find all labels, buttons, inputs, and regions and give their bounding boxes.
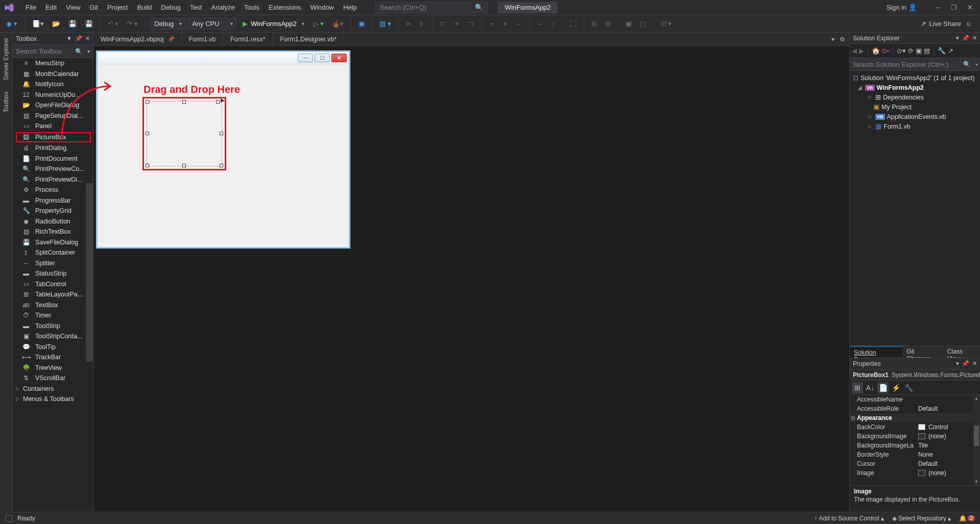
solution-search-input[interactable]: Search Solution Explorer (Ctrl+;) 🔍 ▾	[850, 58, 980, 71]
search-input[interactable]: Search (Ctrl+Q) 🔍	[375, 2, 488, 13]
menu-edit[interactable]: Edit	[41, 2, 61, 13]
property-value[interactable]: Default	[915, 460, 980, 467]
pin-icon[interactable]: 📌	[962, 35, 969, 41]
toolbox-item-timer[interactable]: ⏱Timer	[13, 310, 93, 321]
resize-handle-n[interactable]	[182, 100, 186, 104]
toolbox-item-process[interactable]: ⚙Process	[13, 185, 93, 195]
dropdown-icon[interactable]: ▾	[956, 360, 959, 367]
show-all-icon[interactable]: ▤	[924, 47, 930, 55]
toolbox-item-numericupdo[interactable]: 12NumericUpDo...	[13, 90, 93, 101]
property-value[interactable]: (none)	[915, 469, 980, 477]
menu-analyze[interactable]: Analyze	[207, 2, 238, 13]
tree-app-events[interactable]: ▷ VB ApplicationEvents.vb	[850, 112, 980, 121]
collapse-icon[interactable]: ▣	[916, 47, 922, 55]
preview-icon[interactable]: ↗	[948, 47, 953, 55]
scroll-down-icon[interactable]: ▼	[973, 478, 980, 485]
toolbox-item-propertygrid[interactable]: 🔧PropertyGrid	[13, 206, 93, 216]
property-value[interactable]: None	[915, 451, 980, 458]
toolbox-item-toolstripconta[interactable]: ▣ToolStripConta...	[13, 331, 93, 342]
sign-in-button[interactable]: Sign in 👤	[886, 4, 916, 11]
smart-tag-icon[interactable]	[220, 98, 225, 103]
toolbox-item-printdialog[interactable]: 🖨PrintDialog	[13, 143, 93, 154]
toolbox-item-trackbar[interactable]: ⟷TrackBar	[13, 352, 93, 363]
menu-project[interactable]: Project	[103, 2, 132, 13]
align-right[interactable]: ⫎	[464, 18, 477, 29]
align-bottom[interactable]: ⫠	[512, 18, 525, 29]
dropdown-icon[interactable]: ▼	[66, 35, 72, 42]
menu-git[interactable]: Git	[85, 2, 102, 13]
toolbox-item-tabcontrol[interactable]: ▭TabControl	[13, 279, 93, 290]
doc-tab-form-designer[interactable]: Form1.Designer.vb*	[273, 33, 344, 45]
toolbox-item-splitcontainer[interactable]: ⫿SplitContainer	[13, 247, 93, 258]
menu-help[interactable]: Help	[339, 2, 361, 13]
start-debug-button[interactable]: ▶WinFormsApp2▾	[238, 20, 308, 28]
toolbox-group[interactable]: ▷Containers	[13, 384, 93, 394]
center-h[interactable]: ⊞	[588, 18, 600, 29]
align-left[interactable]: ⫍	[437, 18, 450, 29]
send-back[interactable]: ▢	[637, 18, 649, 29]
chevron-down-icon[interactable]: ▾	[87, 48, 90, 54]
property-row[interactable]: AccessibleRoleDefault	[850, 404, 980, 413]
open-button[interactable]: 📂	[49, 18, 63, 29]
form-close-button[interactable]: ✕	[331, 54, 347, 62]
toolbox-item-statusstrip[interactable]: ▬StatusStrip	[13, 268, 93, 279]
resize-handle-ne[interactable]	[216, 100, 220, 104]
pin-icon[interactable]: 📌	[75, 35, 82, 42]
design-surface[interactable]: ─ ☐ ✕ Drag and Drop Here	[93, 46, 849, 512]
tab-order[interactable]: ⊡ ▾	[658, 18, 675, 29]
menu-file[interactable]: File	[21, 2, 40, 13]
toolbox-item-toolstrip[interactable]: ▬ToolStrip	[13, 321, 93, 332]
dropdown-icon[interactable]: ▾	[956, 35, 959, 41]
feedback-icon[interactable]: ☺	[965, 20, 972, 28]
property-pages-icon[interactable]: 🔧	[903, 382, 914, 393]
align-a[interactable]: ⊫	[403, 18, 415, 29]
tab-solution-explorer[interactable]: Solution Explorer	[850, 346, 902, 358]
notifications-button[interactable]: 🔔2	[959, 515, 975, 522]
maximize-icon[interactable]: ❐	[951, 4, 957, 11]
picturebox-selection[interactable]	[142, 97, 226, 170]
properties-tab-icon[interactable]: 📄	[877, 382, 889, 393]
tabs-dropdown-icon[interactable]: ▾	[831, 36, 834, 43]
property-value[interactable]: Tile	[915, 442, 980, 449]
rail-toolbox[interactable]: Toolbox	[2, 89, 11, 114]
toolbox-item-progressbar[interactable]: ▬ProgressBar	[13, 195, 93, 206]
toolbox-item-tablelayoutpa[interactable]: ⊞TableLayoutPa...	[13, 289, 93, 300]
collapse-icon[interactable]: ⊟	[851, 415, 855, 421]
tool-b-button[interactable]: ▧ ▾	[376, 18, 394, 29]
property-row[interactable]: BackgroundImageLaTile	[850, 441, 980, 450]
bring-front[interactable]: ▣	[623, 18, 635, 29]
home-icon[interactable]: 🏠	[872, 47, 880, 55]
start-nodebug-button[interactable]: ▷ ▾	[310, 18, 327, 29]
tree-solution-node[interactable]: ⊡ Solution 'WinFormsApp2' (1 of 1 projec…	[850, 73, 980, 83]
toolbox-search-input[interactable]: Search Toolbox 🔍 ▾	[13, 45, 93, 58]
close-icon[interactable]: ✕	[967, 4, 973, 11]
close-panel-icon[interactable]: ✕	[85, 35, 90, 42]
minimize-icon[interactable]: ─	[936, 4, 941, 11]
redo-button[interactable]: ↷ ▾	[124, 18, 141, 29]
property-row[interactable]: CursorDefault	[850, 459, 980, 468]
back-icon[interactable]: ◀	[852, 47, 857, 55]
align-vcenter[interactable]: ≡	[500, 18, 511, 29]
rail-server-explorer[interactable]: Server Explorer	[2, 36, 11, 82]
toolbox-item-richtextbox[interactable]: ▤RichTextBox	[13, 227, 93, 237]
toolbox-item-pagesetupdial[interactable]: ▤PageSetupDial...	[13, 111, 93, 121]
toolbox-item-printpreviewco[interactable]: 🔍PrintPreviewCo...	[13, 164, 93, 174]
close-panel-icon[interactable]: ✕	[972, 35, 977, 41]
toolbox-item-printpreviewdi[interactable]: 🔍PrintPreviewDi...	[13, 174, 93, 185]
save-all-button[interactable]: 💾	[82, 18, 96, 29]
caret-right-icon[interactable]: ▷	[867, 123, 873, 129]
menu-build[interactable]: Build	[133, 2, 156, 13]
toolbox-item-radiobutton[interactable]: ◉RadioButton	[13, 216, 93, 227]
align-top[interactable]: ⫟	[486, 18, 498, 29]
menu-view[interactable]: View	[62, 2, 84, 13]
save-button[interactable]: 💾	[65, 18, 80, 29]
toolbox-item-treeview[interactable]: 🌳TreeView	[13, 363, 93, 373]
properties-icon[interactable]: 🔧	[938, 47, 946, 55]
align-b[interactable]: ⊩	[417, 18, 428, 29]
toolbox-item-menustrip[interactable]: ≡MenuStrip	[13, 58, 93, 69]
chevron-down-icon[interactable]: ▾	[975, 62, 978, 67]
properties-object-selector[interactable]: PictureBox1 System.Windows.Forms.Picture…	[850, 369, 980, 381]
alphabetical-icon[interactable]: A↓	[865, 382, 876, 393]
doc-tab-project[interactable]: WinFormsApp2.vbproj📌	[93, 33, 182, 45]
property-value[interactable]: Default	[915, 405, 980, 412]
